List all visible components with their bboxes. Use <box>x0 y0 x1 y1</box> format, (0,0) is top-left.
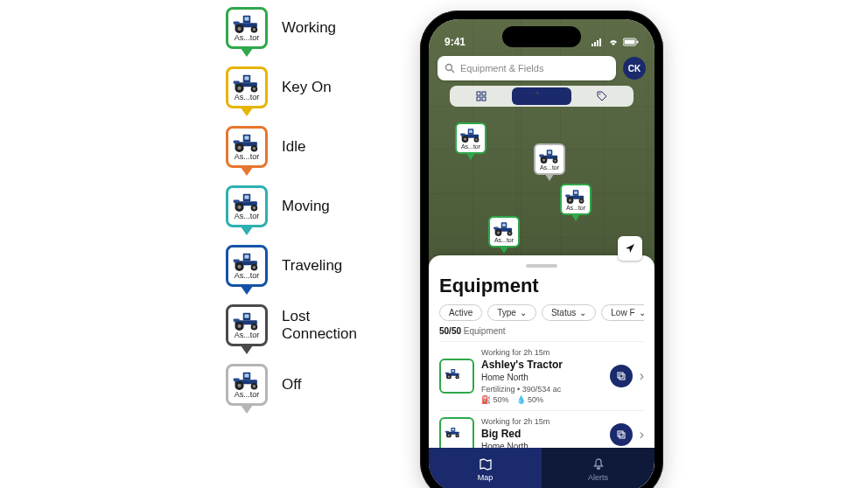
pin-label: As...tor <box>494 237 514 243</box>
legend-item: As...tor Traveling <box>226 245 378 287</box>
status-line: Working for 2h 15m <box>481 416 603 427</box>
tractor-icon <box>535 92 549 101</box>
seg-fields[interactable] <box>452 87 512 105</box>
map-icon <box>479 457 493 471</box>
user-avatar[interactable]: CK <box>623 57 646 80</box>
copy-icon <box>616 429 626 440</box>
sheet-handle[interactable] <box>526 264 557 268</box>
status-pin: As...tor <box>226 66 268 108</box>
pin-label: As...tor <box>234 34 260 42</box>
seg-equipment[interactable] <box>512 87 572 105</box>
equipment-task: Fertilizing • 390/534 ac <box>481 384 603 394</box>
tag-icon <box>597 91 607 101</box>
details-button[interactable] <box>610 365 633 387</box>
phone-frame: 9:41 As...tor As...tor As...tor As...tor… <box>420 10 663 488</box>
details-button[interactable] <box>610 423 633 446</box>
filter-chip[interactable]: Status ⌄ <box>542 304 596 321</box>
tab-map[interactable]: Map <box>429 448 542 488</box>
tractor-icon <box>444 368 469 384</box>
svg-rect-20 <box>482 97 486 101</box>
legend-item: As...tor Moving <box>226 185 378 227</box>
pin-label: As...tor <box>234 94 260 101</box>
status-pin: As...tor <box>226 7 268 49</box>
pin-label: As...tor <box>234 331 260 339</box>
svg-rect-23 <box>620 374 625 380</box>
svg-rect-17 <box>477 92 480 95</box>
chevron-down-icon: ⌄ <box>639 308 644 317</box>
tractor-icon <box>232 192 262 212</box>
tractor-icon <box>232 133 262 152</box>
equipment-thumb <box>439 359 474 394</box>
sheet-title: Equipment <box>439 275 644 297</box>
legend-label: Key On <box>282 79 332 96</box>
tractor-icon <box>232 73 262 93</box>
equipment-count: 50/50 Equipment <box>439 326 644 336</box>
legend-label: Working <box>282 19 336 37</box>
status-time: 9:41 <box>444 36 466 48</box>
tractor-icon <box>232 14 262 33</box>
chevron-right-icon: › <box>640 427 644 443</box>
map-equipment-pin[interactable]: As...tor <box>560 184 592 215</box>
pin-label: As...tor <box>234 213 260 220</box>
legend-item: As...tor Lost Connection <box>226 304 378 346</box>
search-icon <box>444 63 455 73</box>
status-pin: As...tor <box>226 185 268 227</box>
tractor-icon <box>232 252 262 271</box>
tractor-icon <box>538 149 561 164</box>
location-arrow-icon <box>624 242 636 254</box>
pin-label: As...tor <box>234 272 260 280</box>
legend-label: Moving <box>282 198 330 215</box>
equipment-info: Working for 2h 15m Ashley's Tractor Home… <box>481 347 603 405</box>
pin-label: As...tor <box>461 143 480 150</box>
svg-rect-19 <box>477 97 480 101</box>
status-icons <box>592 38 639 46</box>
map-equipment-pin[interactable]: As...tor <box>455 122 486 154</box>
pin-label: As...tor <box>540 164 559 171</box>
filter-chips: ActiveType ⌄Status ⌄Low F ⌄ <box>439 304 644 321</box>
tab-bar: MapAlerts <box>429 448 654 488</box>
view-segmented-control[interactable] <box>450 86 634 107</box>
cellular-icon <box>592 38 604 46</box>
grid-icon <box>476 91 486 101</box>
svg-rect-10 <box>597 40 598 46</box>
tab-label: Alerts <box>588 473 608 482</box>
svg-point-21 <box>598 94 600 95</box>
svg-rect-8 <box>592 44 593 46</box>
status-pin: As...tor <box>226 364 268 406</box>
equipment-row[interactable]: Working for 2h 15m Ashley's Tractor Home… <box>439 341 644 410</box>
tab-alerts[interactable]: Alerts <box>542 448 654 488</box>
svg-rect-24 <box>618 431 623 436</box>
svg-rect-9 <box>594 42 596 46</box>
filter-chip[interactable]: Type ⌄ <box>487 304 536 321</box>
copy-icon <box>616 371 626 381</box>
tab-label: Map <box>478 473 494 482</box>
tractor-icon <box>564 189 587 204</box>
svg-rect-11 <box>599 38 601 46</box>
search-placeholder: Equipment & Fields <box>460 63 543 73</box>
map-equipment-pin[interactable]: As...tor <box>488 216 520 247</box>
tractor-icon <box>232 371 262 390</box>
wifi-icon <box>607 38 620 46</box>
status-legend: As...tor Working As...tor Key On As...to… <box>226 7 378 406</box>
battery-icon <box>623 38 639 46</box>
status-pin: As...tor <box>226 245 268 287</box>
locate-me-button[interactable] <box>618 236 642 261</box>
search-input[interactable]: Equipment & Fields <box>438 56 616 80</box>
seg-layers[interactable] <box>571 87 632 105</box>
phone-screen: 9:41 As...tor As...tor As...tor As...tor… <box>429 19 654 488</box>
equipment-name: Big Red <box>481 427 603 441</box>
tractor-icon <box>232 311 262 331</box>
chevron-down-icon: ⌄ <box>579 308 586 317</box>
svg-rect-18 <box>482 92 486 95</box>
chevron-right-icon: › <box>640 368 644 384</box>
svg-rect-14 <box>637 41 639 44</box>
filter-chip[interactable]: Low F ⌄ <box>601 304 644 321</box>
pin-label: As...tor <box>234 153 260 161</box>
equipment-name: Ashley's Tractor <box>481 358 603 372</box>
svg-rect-25 <box>620 433 625 438</box>
equipment-stats: ⛽ 50% 💧 50% <box>481 394 603 405</box>
equipment-location: Home North <box>481 372 603 384</box>
notch <box>502 26 581 47</box>
filter-chip[interactable]: Active <box>439 304 482 321</box>
map-equipment-pin[interactable]: As...tor <box>534 143 565 175</box>
